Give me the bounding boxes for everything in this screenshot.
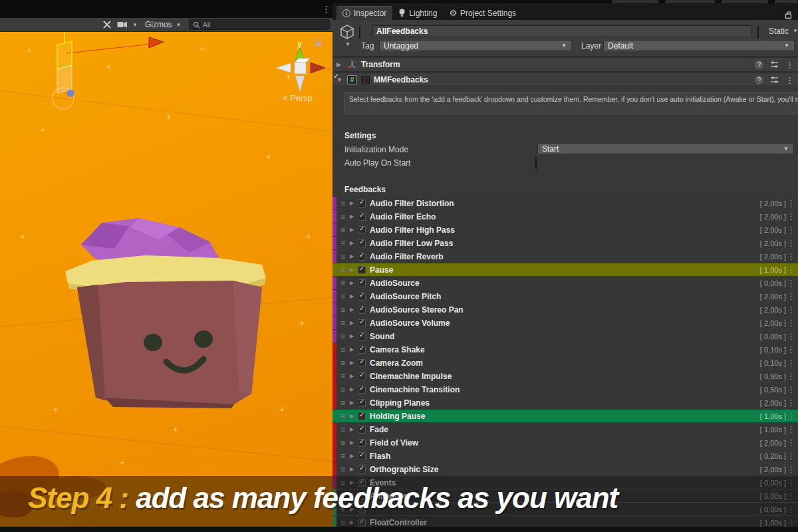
drag-handle-icon[interactable]: ≡ [340, 398, 350, 408]
camera-gizmo[interactable] [40, 32, 186, 112]
cupcake-character[interactable] [65, 186, 288, 409]
expand-arrow-icon[interactable]: ▶ [350, 227, 358, 233]
component-enabled-checkbox[interactable]: ✓ [361, 76, 370, 84]
feedback-checkbox[interactable]: ✓ [358, 359, 366, 367]
feedback-menu-icon[interactable]: ⋮ [787, 211, 795, 221]
feedback-checkbox[interactable]: ✓ [358, 412, 366, 420]
expand-arrow-icon[interactable]: ▶ [350, 386, 358, 392]
feedback-row[interactable]: ≡ ▶ ✓ Field of View [ 2,00s ] ⋮ [332, 436, 798, 449]
feedback-checkbox[interactable]: ✓ [358, 279, 366, 287]
feedback-row[interactable]: ≡ ▶ ✓ Flash [ 0,20s ] ⋮ [332, 450, 798, 462]
feedback-checkbox[interactable]: ✓ [358, 306, 366, 314]
feedback-menu-icon[interactable]: ⋮ [787, 291, 795, 301]
gameobject-active-checkbox[interactable] [359, 26, 360, 39]
component-menu-icon[interactable]: ⋮ [785, 75, 794, 85]
feedback-row[interactable]: ≡ ▶ ✓ AudioSource Stereo Pan [ 2,00s ] ⋮ [332, 303, 798, 316]
feedback-row[interactable]: ≡ ▶ ✓ Sound [ 0,00s ] ⋮ [332, 330, 798, 342]
expand-arrow-icon[interactable]: ▶ [350, 333, 358, 339]
feedback-menu-icon[interactable]: ⋮ [787, 491, 795, 501]
feedback-menu-icon[interactable]: ⋮ [787, 251, 795, 261]
drag-handle-icon[interactable]: ≡ [340, 518, 350, 527]
gameobject-cube-icon[interactable] [339, 24, 355, 40]
presets-icon[interactable] [770, 76, 779, 84]
tab-inspector[interactable]: i Inspector [336, 6, 392, 20]
feedback-checkbox[interactable]: ✓ [358, 213, 366, 221]
feedback-row[interactable]: ≡ ▶ ✓ Audio Filter Distortion [ 2,00s ] … [332, 197, 798, 209]
drag-handle-icon[interactable]: ≡ [340, 345, 350, 354]
drag-handle-icon[interactable]: ≡ [340, 212, 350, 221]
feedback-menu-icon[interactable]: ⋮ [787, 451, 795, 461]
feedback-checkbox[interactable]: ✓ [358, 426, 366, 434]
inspector-lock-icon[interactable] [784, 10, 793, 19]
drag-handle-icon[interactable]: ≡ [340, 425, 350, 434]
feedback-menu-icon[interactable]: ⋮ [787, 371, 795, 381]
scene-menu-icon[interactable]: ⋮ [322, 4, 331, 14]
feedback-checkbox[interactable]: ✓ [358, 239, 366, 247]
feedback-row[interactable]: ≡ ▶ ✓ Audio Filter Echo [ 2,00s ] ⋮ [332, 210, 798, 223]
feedback-checkbox[interactable]: ✓ [358, 319, 366, 327]
feedback-row[interactable]: ≡ ▶ ✓ Cinemachine Impulse [ 0,90s ] ⋮ [332, 370, 798, 382]
drag-handle-icon[interactable]: ≡ [340, 438, 350, 448]
feedback-row[interactable]: ≡ ▶ ✓ AudioSource [ 0,00s ] ⋮ [332, 277, 798, 289]
drag-handle-icon[interactable]: ≡ [340, 372, 350, 381]
tag-dropdown[interactable]: Untagged ▼ [379, 40, 572, 51]
feedback-menu-icon[interactable]: ⋮ [787, 504, 795, 514]
feedback-menu-icon[interactable]: ⋮ [787, 438, 795, 448]
drag-handle-icon[interactable]: ≡ [340, 412, 350, 421]
help-icon[interactable]: ? [755, 76, 763, 84]
feedback-row[interactable]: ≡ ▶ ✓ Holding Pause [ 1,00s ] ⋮ [332, 410, 798, 422]
feedback-checkbox[interactable]: ✓ [358, 346, 366, 354]
feedback-checkbox[interactable]: ✓ [358, 266, 366, 274]
expand-arrow-icon[interactable]: ▶ [350, 453, 358, 459]
gameobject-name-field[interactable]: AllFeedbacks [372, 25, 751, 37]
feedback-menu-icon[interactable]: ⋮ [787, 517, 795, 527]
drag-handle-icon[interactable]: ≡ [340, 332, 350, 341]
feedback-menu-icon[interactable]: ⋮ [787, 225, 795, 235]
expand-arrow-icon[interactable]: ▶ [350, 400, 358, 406]
lock-icon[interactable] [314, 39, 323, 48]
auto-play-checkbox[interactable] [535, 157, 537, 170]
drag-handle-icon[interactable]: ≡ [340, 252, 350, 261]
feedback-menu-icon[interactable]: ⋮ [787, 198, 795, 208]
feedback-menu-icon[interactable]: ⋮ [787, 265, 795, 275]
gizmos-button[interactable]: Gizmos [145, 20, 172, 29]
feedback-menu-icon[interactable]: ⋮ [787, 477, 795, 487]
init-mode-dropdown[interactable]: Start ▼ [537, 143, 794, 154]
feedback-checkbox[interactable]: ✓ [358, 386, 366, 394]
expand-arrow-icon[interactable]: ▶ [350, 413, 358, 419]
feedback-row[interactable]: ≡ ▶ ✓ Camera Zoom [ 0,10s ] ⋮ [332, 356, 798, 369]
feedback-menu-icon[interactable]: ⋮ [787, 464, 795, 474]
feedback-row[interactable]: ≡ ▶ ✓ AudioSource Pitch [ 2,00s ] ⋮ [332, 290, 798, 303]
expand-arrow-icon[interactable]: ▶ [350, 320, 358, 326]
static-dropdown-arrow[interactable]: ▼ [793, 28, 798, 34]
feedback-menu-icon[interactable]: ⋮ [787, 318, 795, 328]
expand-arrow-icon[interactable]: ▶ [350, 280, 358, 286]
expand-arrow-icon[interactable]: ▶ [350, 426, 358, 432]
tab-project-settings[interactable]: ⚙ Project Settings [443, 6, 522, 20]
feedback-checkbox[interactable]: ✓ [358, 519, 366, 527]
expand-arrow-icon[interactable]: ▶ [350, 213, 358, 219]
feedback-menu-icon[interactable]: ⋮ [787, 358, 795, 368]
feedback-row[interactable]: ≡ ▶ ✓ Cinemachine Transition [ 0,50s ] ⋮ [332, 383, 798, 396]
mmfeedbacks-component-header[interactable]: ▼ # ✓ MMFeedbacks ? ⋮ [332, 72, 798, 87]
feedback-row[interactable]: ≡ ▶ ✓ Audio Filter Reverb [ 2,00s ] ⋮ [332, 250, 798, 263]
feedback-row[interactable]: ≡ ▶ ✓ Audio Filter Low Pass [ 2,00s ] ⋮ [332, 237, 798, 249]
feedback-row[interactable]: ≡ ▶ ✓ Orthographic Size [ 2,00s ] ⋮ [332, 463, 798, 475]
feedback-row[interactable]: ≡ ▶ ✓ Audio Filter High Pass [ 2,00s ] ⋮ [332, 223, 798, 236]
feedback-row[interactable]: ≡ ▶ ✓ Camera Shake [ 0,10s ] ⋮ [332, 343, 798, 356]
expand-arrow-icon[interactable]: ▶ [350, 240, 358, 246]
drag-handle-icon[interactable]: ≡ [340, 452, 350, 461]
drag-handle-icon[interactable]: ≡ [340, 385, 350, 394]
drag-handle-icon[interactable]: ≡ [340, 225, 350, 235]
expand-arrow-icon[interactable]: ▶ [350, 360, 358, 366]
feedback-row[interactable]: ≡ ▶ ✓ AudioSource Volume [ 2,00s ] ⋮ [332, 317, 798, 329]
drag-handle-icon[interactable]: ≡ [340, 265, 350, 275]
feedback-menu-icon[interactable]: ⋮ [787, 278, 795, 288]
expand-arrow-icon[interactable]: ▶ [350, 267, 358, 273]
feedback-menu-icon[interactable]: ⋮ [787, 411, 795, 421]
feedback-menu-icon[interactable]: ⋮ [787, 384, 795, 394]
expand-arrow-icon[interactable]: ▶ [350, 466, 358, 472]
expand-arrow-icon[interactable]: ▶ [350, 253, 358, 259]
feedback-menu-icon[interactable]: ⋮ [787, 424, 795, 434]
feedback-checkbox[interactable]: ✓ [358, 226, 366, 234]
